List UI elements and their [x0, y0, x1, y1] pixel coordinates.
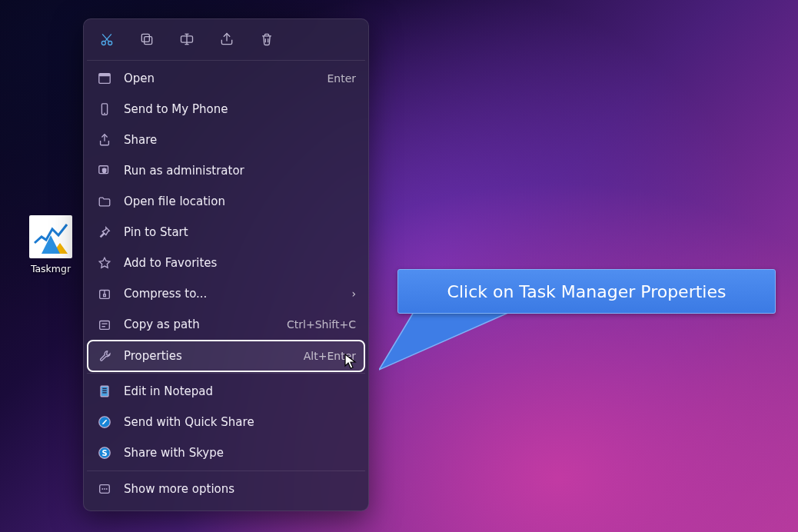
menu-label: Edit in Notepad	[124, 384, 356, 398]
svg-point-33	[101, 488, 103, 490]
menu-item-properties[interactable]: Properties Alt+Enter	[88, 341, 364, 371]
delete-button[interactable]	[258, 30, 276, 48]
context-toolbar	[84, 19, 368, 58]
menu-label: Properties	[124, 349, 296, 363]
menu-item-open-file-location[interactable]: Open file location	[84, 186, 368, 217]
svg-point-34	[104, 488, 105, 490]
window-icon	[96, 70, 113, 87]
menu-label: Compress to...	[124, 287, 344, 301]
callout-tail	[379, 312, 517, 389]
svg-rect-21	[104, 294, 106, 297]
rename-button[interactable]	[178, 30, 196, 48]
menu-item-send-to-my-phone[interactable]: Send to My Phone	[84, 94, 368, 125]
star-icon	[96, 254, 113, 271]
svg-rect-6	[145, 37, 152, 45]
svg-rect-25	[101, 386, 108, 397]
menu-shortcut: Alt+Enter	[304, 350, 356, 362]
more-options-icon	[96, 480, 113, 497]
svg-text:S: S	[101, 449, 107, 457]
menu-item-pin-to-start[interactable]: Pin to Start	[84, 217, 368, 248]
copy-button[interactable]	[138, 30, 156, 48]
menu-divider	[87, 373, 365, 374]
archive-icon	[96, 285, 113, 302]
menu-item-show-more-options[interactable]: Show more options	[84, 474, 368, 504]
instruction-callout: Click on Task Manager Properties	[397, 269, 776, 314]
share-button[interactable]	[218, 30, 236, 48]
menu-label: Send with Quick Share	[124, 415, 356, 429]
phone-icon	[96, 101, 113, 118]
menu-label: Send to My Phone	[124, 102, 356, 116]
menu-label: Pin to Start	[124, 225, 356, 239]
svg-rect-15	[99, 74, 110, 77]
menu-item-open[interactable]: Open Enter	[84, 63, 368, 94]
menu-divider	[87, 470, 365, 471]
copy-path-icon	[96, 316, 113, 333]
skype-icon: S	[96, 444, 113, 461]
quick-share-icon	[96, 414, 113, 431]
notepad-icon	[96, 383, 113, 400]
menu-label: Open	[124, 71, 319, 85]
menu-item-edit-in-notepad[interactable]: Edit in Notepad	[84, 376, 368, 407]
taskmgr-icon	[29, 215, 72, 258]
wrench-icon	[96, 347, 113, 364]
menu-item-run-as-administrator[interactable]: Run as administrator	[84, 155, 368, 186]
folder-icon	[96, 193, 113, 210]
svg-point-2	[101, 42, 105, 45]
shield-window-icon	[96, 162, 113, 179]
menu-label: Share with Skype	[124, 446, 356, 460]
menu-divider	[87, 60, 365, 61]
svg-rect-7	[141, 34, 149, 42]
svg-marker-36	[379, 312, 510, 370]
desktop-icon-label: Taskmgr	[26, 263, 75, 274]
menu-label: Share	[124, 133, 356, 147]
menu-item-copy-as-path[interactable]: Copy as path Ctrl+Shift+C	[84, 309, 368, 340]
menu-shortcut: Ctrl+Shift+C	[287, 318, 356, 331]
menu-item-share[interactable]: Share	[84, 125, 368, 155]
callout-text: Click on Task Manager Properties	[447, 282, 727, 301]
chevron-right-icon: ›	[351, 288, 356, 300]
svg-point-3	[108, 42, 112, 45]
menu-item-compress-to[interactable]: Compress to... ›	[84, 278, 368, 309]
menu-item-share-with-skype[interactable]: S Share with Skype	[84, 437, 368, 468]
menu-label: Add to Favorites	[124, 256, 356, 270]
menu-item-add-to-favorites[interactable]: Add to Favorites	[84, 248, 368, 278]
menu-label: Show more options	[124, 482, 356, 496]
context-menu: Open Enter Send to My Phone Share Run as…	[83, 18, 369, 511]
menu-label: Copy as path	[124, 318, 279, 331]
pin-icon	[96, 224, 113, 241]
svg-point-35	[106, 488, 108, 490]
menu-label: Open file location	[124, 195, 356, 208]
cut-button[interactable]	[98, 30, 116, 48]
desktop-icon-taskmgr[interactable]: Taskmgr	[26, 215, 75, 274]
menu-label: Run as administrator	[124, 164, 356, 178]
svg-rect-22	[100, 321, 110, 330]
menu-shortcut: Enter	[327, 72, 356, 85]
share-icon	[96, 131, 113, 148]
menu-item-send-with-quick-share[interactable]: Send with Quick Share	[84, 407, 368, 437]
